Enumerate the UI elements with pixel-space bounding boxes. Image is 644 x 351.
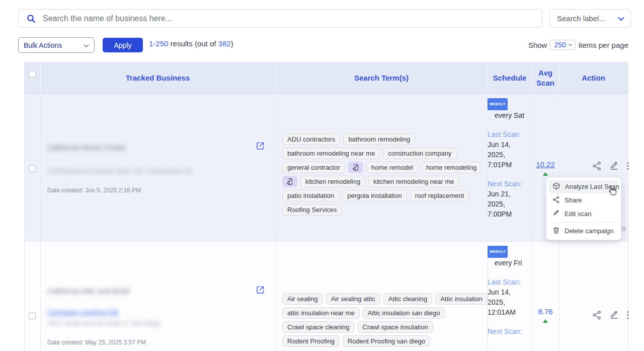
next-scan-value: Jun 21, 2025, 7:00PM (488, 189, 529, 219)
share-icon (552, 196, 560, 205)
search-terms-list: Air sealing Air sealing attic Attic clea… (282, 293, 489, 347)
search-term-chip[interactable]: attic insulation near me (282, 307, 360, 319)
per-page-value: 250 (554, 41, 566, 49)
search-term-chip[interactable]: Attic insulation (435, 293, 488, 305)
business-name-blurred[interactable]: California Home Center (47, 143, 126, 152)
search-term-chip[interactable]: patio installation (282, 190, 339, 201)
row-checkbox[interactable] (29, 165, 36, 172)
select-all-checkbox[interactable] (29, 71, 36, 78)
items-per-page-label: items per page (579, 41, 628, 49)
results-text-close: ) (231, 39, 233, 48)
next-scan-label: Next Scan: (488, 326, 529, 336)
business-search-box (18, 9, 542, 28)
results-total-link[interactable]: 382 (218, 39, 231, 48)
menu-item-label: Delete campaign (565, 227, 614, 235)
menu-item-analyze-last-scan[interactable]: Analyze Last Scan (548, 180, 619, 193)
file-search-badge-icon[interactable] (282, 176, 297, 187)
search-term-chip[interactable]: Air sealing (282, 293, 323, 305)
more-options-icon[interactable] (626, 310, 629, 320)
row-checkbox[interactable] (29, 312, 36, 319)
col-header-search-terms[interactable]: Search Term(s) (275, 62, 488, 94)
chevron-down-icon (568, 43, 573, 47)
per-page-dropdown[interactable]: 250 (550, 40, 575, 50)
col-header-tracked-business[interactable]: Tracked Business (40, 62, 275, 94)
share-icon[interactable] (592, 310, 602, 320)
search-term-chip[interactable]: pergola installation (342, 190, 407, 201)
search-term-chip[interactable]: Rodent Proofing (282, 335, 340, 347)
date-created-label: Date created: Jun 5, 2025 2:16 PM (47, 187, 141, 194)
schedule-cell: WEEKLY every Fri Last Scan: Jun 14, 2025… (488, 246, 529, 336)
search-term-chip[interactable]: general contractor (282, 162, 345, 173)
results-text: results (out of (168, 39, 218, 48)
analyze-cube-icon (552, 182, 560, 192)
more-options-icon[interactable] (626, 161, 629, 171)
search-term-chip[interactable]: Rodent Proofing san diego (343, 335, 430, 347)
weekly-badge: WEEKLY (488, 246, 508, 258)
results-summary: 1-250 results (out of 382) (149, 39, 233, 48)
search-term-chip[interactable]: Attic cleaning (383, 293, 432, 305)
search-term-chip[interactable]: Air sealing attic (326, 293, 380, 305)
search-term-chip[interactable]: Crawl space insulation (358, 321, 433, 333)
schedule-cell: WEEKLY every Sat Last Scan: Jun 14, 2025… (488, 98, 529, 219)
search-input[interactable] (43, 14, 542, 23)
next-scan-label: Next Scan: (488, 179, 529, 189)
search-term-chip[interactable]: bathroom remodeling (343, 133, 415, 145)
trend-up-icon (543, 319, 548, 323)
open-external-icon[interactable] (256, 141, 265, 151)
show-label: Show (528, 41, 547, 49)
file-search-badge-icon[interactable] (348, 162, 363, 173)
row-actions (576, 161, 644, 171)
search-term-chip[interactable]: home remodeling (421, 162, 481, 173)
search-term-chip[interactable]: kitchen remodeling near me (368, 176, 459, 187)
chevron-down-icon (618, 14, 624, 23)
business-name-blurred[interactable]: California Attic and Build (47, 287, 129, 295)
search-term-chip[interactable]: Crawl space cleaning (282, 321, 355, 333)
col-header-avg-scan[interactable]: Avg Scan (532, 62, 559, 94)
search-term-chip[interactable]: roof replacement (410, 190, 469, 201)
date-created-label: Date created: May 25, 2025 3:57 PM (47, 339, 146, 346)
avg-scan-cell: 8.76 (532, 307, 559, 323)
table-header-row: Tracked Business Search Term(s) Schedule… (25, 62, 628, 94)
tracked-business-table: Tracked Business Search Term(s) Schedule… (24, 62, 628, 351)
table-row: California Attic and Build Campaign trac… (25, 241, 628, 351)
apply-button[interactable]: Apply (103, 38, 143, 52)
avg-scan-value[interactable]: 10.22 (536, 160, 555, 169)
edit-icon (552, 209, 560, 219)
search-label-dropdown[interactable]: Search label... (549, 9, 631, 28)
share-icon[interactable] (592, 161, 602, 171)
search-term-chip[interactable]: construction company (383, 148, 456, 159)
open-external-icon[interactable] (256, 285, 265, 295)
menu-item-label: Analyze Last Scan (565, 183, 619, 190)
schedule-frequency: every Sat (488, 110, 529, 120)
col-header-schedule[interactable]: Schedule (488, 62, 532, 94)
edit-icon[interactable] (609, 161, 619, 171)
row-actions (576, 310, 644, 320)
search-term-chip[interactable]: kitchen remodeling (300, 176, 365, 187)
results-range-link[interactable]: 1-250 (149, 39, 168, 48)
search-term-chip[interactable]: ADU contractors (282, 133, 340, 145)
items-per-page-control: Show 250 items per page (528, 40, 628, 50)
business-link-blurred[interactable]: Campaign tracking link (47, 308, 119, 316)
schedule-frequency: every Fri (488, 258, 529, 268)
trash-icon (552, 227, 560, 236)
avg-scan-value[interactable]: 8.76 (538, 307, 552, 316)
last-scan-label: Last Scan: (488, 129, 529, 139)
bulk-actions-dropdown[interactable]: Bulk Actions (18, 37, 95, 53)
edit-icon[interactable] (609, 310, 619, 320)
menu-item-delete-campaign[interactable]: Delete campaign (548, 224, 619, 238)
menu-item-edit-scan[interactable]: Edit scan (548, 207, 619, 221)
last-scan-value: Jun 14, 2025, 12:01AM (488, 287, 529, 317)
menu-item-label: Share (565, 196, 582, 204)
search-icon (27, 14, 36, 23)
search-term-chip[interactable]: Attic insulation san diego (363, 307, 445, 319)
search-term-chip[interactable]: bathroom remodeling near me (282, 148, 380, 159)
table-row: California Home Center 1234 Business Ave… (25, 94, 628, 241)
menu-divider (549, 222, 618, 223)
row-context-menu: Analyze Last Scan Share Edit scan Delete… (546, 177, 621, 240)
menu-item-share[interactable]: Share (548, 193, 619, 207)
weekly-badge: WEEKLY (488, 98, 508, 110)
trend-up-icon (543, 172, 548, 176)
search-term-chip[interactable]: home remodel (366, 162, 418, 173)
search-term-chip[interactable]: Roofing Services (282, 204, 342, 216)
chevron-down-icon (84, 41, 89, 49)
